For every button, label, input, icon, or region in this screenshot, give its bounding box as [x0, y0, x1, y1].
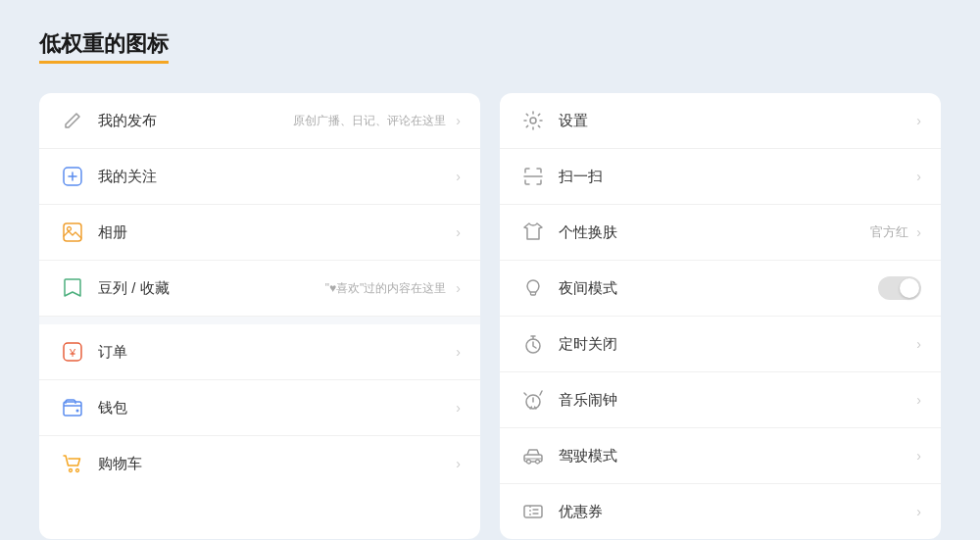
- chevron-icon: ›: [916, 392, 921, 408]
- left-panel: 我的发布 原创广播、日记、评论在这里 › 我的关注 › 相: [39, 93, 480, 539]
- timer-icon: [519, 330, 547, 358]
- cart-icon: [59, 450, 86, 477]
- chevron-icon: ›: [456, 169, 461, 184]
- rmb-square-icon: ¥: [59, 338, 86, 366]
- car-icon: [519, 442, 547, 469]
- group-separator: [39, 317, 480, 324]
- scan-label: 扫一扫: [559, 168, 912, 186]
- chevron-icon: ›: [916, 448, 921, 464]
- svg-point-6: [76, 410, 79, 413]
- cart-label: 购物车: [98, 455, 452, 473]
- my-follow-label: 我的关注: [98, 168, 452, 186]
- menu-item-night-mode[interactable]: 夜间模式: [500, 261, 941, 317]
- image-icon: [59, 219, 86, 246]
- bookmark-icon: [59, 274, 86, 302]
- svg-point-9: [530, 118, 536, 123]
- svg-point-15: [536, 460, 540, 464]
- timer-off-label: 定时关闭: [559, 335, 912, 354]
- bulb-icon: [519, 274, 547, 302]
- my-publish-hint: 原创广播、日记、评论在这里: [293, 113, 446, 129]
- right-panel: 设置 › 扫一扫 › 个性换肤 官方红 ›: [500, 93, 941, 539]
- menu-item-scan[interactable]: 扫一扫 ›: [500, 149, 941, 205]
- menu-item-timer-off[interactable]: 定时关闭 ›: [500, 317, 941, 372]
- wallet-label: 钱包: [98, 399, 452, 417]
- doulist-hint: "♥喜欢"过的内容在这里: [325, 280, 447, 297]
- drive-mode-label: 驾驶模式: [559, 447, 912, 466]
- chevron-icon: ›: [916, 336, 921, 352]
- svg-point-2: [68, 227, 72, 231]
- order-label: 订单: [98, 343, 452, 362]
- skin-value: 官方红: [870, 223, 908, 241]
- panels-container: 我的发布 原创广播、日记、评论在这里 › 我的关注 › 相: [39, 93, 941, 539]
- chevron-icon: ›: [456, 344, 461, 360]
- menu-item-order[interactable]: ¥ 订单 ›: [39, 324, 480, 380]
- menu-item-my-follow[interactable]: 我的关注 ›: [39, 149, 480, 205]
- menu-item-alarm[interactable]: 音乐闹钟 ›: [500, 372, 941, 428]
- plus-square-icon: [59, 163, 86, 190]
- chevron-icon: ›: [456, 224, 461, 240]
- svg-point-8: [76, 469, 79, 472]
- gear-icon: [519, 107, 547, 134]
- chevron-icon: ›: [916, 169, 921, 184]
- alarm-icon: [519, 386, 547, 414]
- wallet-icon: [59, 394, 86, 421]
- svg-point-14: [527, 460, 531, 464]
- menu-item-cart[interactable]: 购物车 ›: [39, 436, 480, 491]
- coupon-icon: [519, 498, 547, 525]
- skin-label: 个性换肤: [559, 223, 870, 242]
- svg-point-7: [70, 469, 73, 472]
- svg-rect-1: [64, 223, 81, 241]
- night-mode-toggle[interactable]: [878, 276, 921, 300]
- album-label: 相册: [98, 223, 452, 242]
- menu-item-wallet[interactable]: 钱包 ›: [39, 380, 480, 436]
- chevron-icon: ›: [456, 113, 461, 128]
- menu-item-skin[interactable]: 个性换肤 官方红 ›: [500, 205, 941, 261]
- menu-item-album[interactable]: 相册 ›: [39, 205, 480, 261]
- night-mode-label: 夜间模式: [559, 279, 874, 298]
- scan-icon: [519, 163, 547, 190]
- menu-item-coupon[interactable]: 优惠券 ›: [500, 484, 941, 539]
- settings-label: 设置: [559, 112, 912, 130]
- chevron-icon: ›: [916, 504, 921, 519]
- menu-item-drive-mode[interactable]: 驾驶模式 ›: [500, 428, 941, 484]
- doulist-label: 豆列 / 收藏: [98, 279, 325, 298]
- menu-item-doulist[interactable]: 豆列 / 收藏 "♥喜欢"过的内容在这里 ›: [39, 261, 480, 317]
- page-title: 低权重的图标: [39, 29, 169, 64]
- chevron-icon: ›: [456, 456, 461, 471]
- pencil-icon: [59, 107, 86, 134]
- shirt-icon: [519, 219, 547, 246]
- menu-item-settings[interactable]: 设置 ›: [500, 93, 941, 149]
- my-publish-label: 我的发布: [98, 112, 293, 130]
- alarm-label: 音乐闹钟: [559, 391, 912, 410]
- chevron-icon: ›: [916, 113, 921, 128]
- chevron-icon: ›: [456, 280, 461, 296]
- coupon-label: 优惠券: [559, 503, 912, 521]
- chevron-icon: ›: [916, 224, 921, 240]
- menu-item-my-publish[interactable]: 我的发布 原创广播、日记、评论在这里 ›: [39, 93, 480, 149]
- chevron-icon: ›: [456, 400, 461, 416]
- svg-rect-5: [64, 402, 81, 416]
- svg-text:¥: ¥: [69, 347, 76, 359]
- svg-rect-16: [524, 506, 542, 517]
